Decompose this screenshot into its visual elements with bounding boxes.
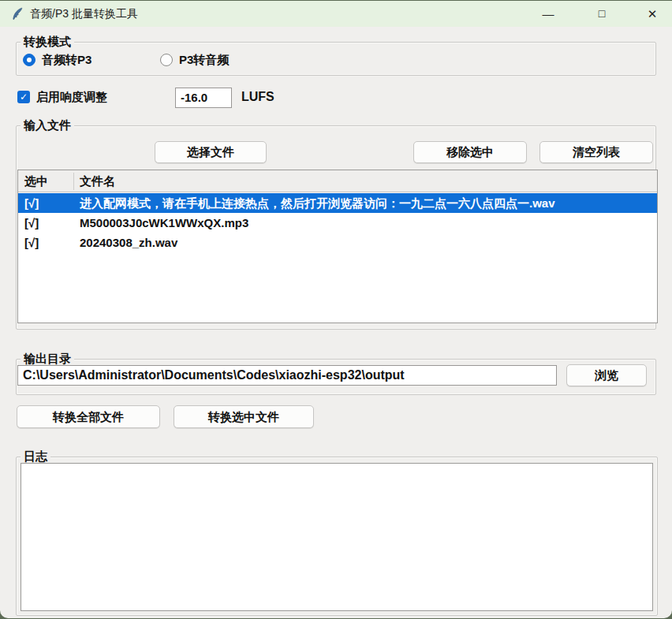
loudness-checkbox-label[interactable]: 启用响度调整	[36, 90, 107, 105]
mode-group: 转换模式 音频转P3 P3转音频	[16, 42, 656, 76]
browse-button[interactable]: 浏览	[566, 364, 647, 386]
python-feather-icon	[10, 7, 24, 21]
minimize-button[interactable]: —	[530, 1, 566, 27]
row-filename: 20240308_zh.wav	[80, 233, 177, 252]
window-title: 音频/P3 批量转换工具	[30, 1, 138, 27]
column-divider	[73, 173, 74, 190]
mode-group-label: 转换模式	[21, 35, 74, 49]
output-dir-group-label: 输出目录	[21, 352, 74, 366]
output-path-input[interactable]: C:\Users\Administrator\Documents\Codes\x…	[17, 365, 557, 386]
remove-selected-button[interactable]: 移除选中	[413, 141, 527, 163]
file-table: 选中 文件名 [√] 进入配网模式，请在手机上连接热点，然后打开浏览器访问：一九…	[17, 170, 658, 323]
select-files-button[interactable]: 选择文件	[155, 141, 267, 163]
log-group-label: 日志	[21, 449, 50, 464]
radio-audio-to-p3-label[interactable]: 音频转P3	[42, 53, 91, 68]
row-checked-mark: [√]	[24, 233, 39, 252]
input-files-group-label: 输入文件	[21, 118, 74, 132]
close-button[interactable]: ✕	[634, 1, 670, 27]
lufs-input[interactable]: -16.0	[175, 88, 232, 108]
row-checked-mark: [√]	[24, 213, 39, 233]
column-header-filename[interactable]: 文件名	[80, 170, 115, 192]
log-textarea[interactable]	[21, 463, 653, 611]
convert-all-button[interactable]: 转换全部文件	[17, 405, 160, 428]
radio-p3-to-audio-label[interactable]: P3转音频	[179, 53, 229, 68]
maximize-button[interactable]: □	[584, 1, 620, 27]
table-row[interactable]: [√] 进入配网模式，请在手机上连接热点，然后打开浏览器访问：一九二点一六八点四…	[18, 193, 657, 213]
row-filename: 进入配网模式，请在手机上连接热点，然后打开浏览器访问：一九二点一六八点四点一.w…	[80, 193, 555, 213]
row-checked-mark: [√]	[24, 193, 39, 213]
table-row[interactable]: [√] 20240308_zh.wav	[18, 233, 657, 252]
radio-audio-to-p3[interactable]	[23, 54, 35, 66]
row-filename: M500003J0cWK1WWxQX.mp3	[80, 213, 248, 233]
loudness-checkbox[interactable]: ✓	[17, 91, 30, 103]
app-window: 音频/P3 批量转换工具 — □ ✕ 转换模式 音频转P3 P3转音频 ✓ 启用…	[0, 1, 672, 618]
convert-selected-button[interactable]: 转换选中文件	[174, 405, 314, 428]
radio-p3-to-audio[interactable]	[160, 54, 173, 66]
clear-list-button[interactable]: 清空列表	[539, 141, 653, 163]
column-header-checked[interactable]: 选中	[24, 170, 48, 192]
lufs-unit-label: LUFS	[241, 90, 274, 104]
titlebar[interactable]: 音频/P3 批量转换工具 — □ ✕	[0, 1, 672, 27]
file-table-header: 选中 文件名	[18, 170, 657, 192]
table-row[interactable]: [√] M500003J0cWK1WWxQX.mp3	[18, 213, 657, 233]
